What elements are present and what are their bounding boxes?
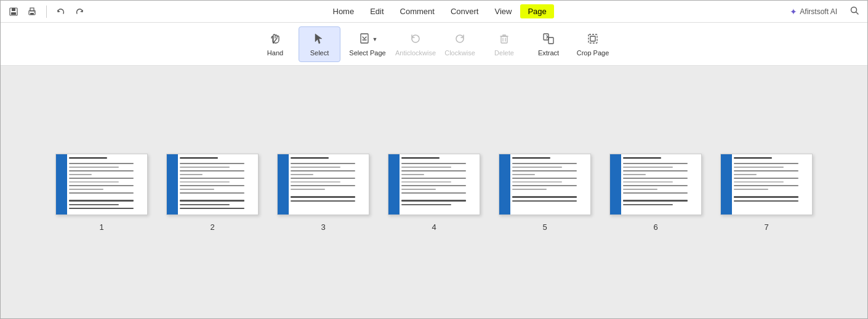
undo-button[interactable] (53, 4, 69, 19)
menu-view[interactable]: View (487, 4, 519, 18)
thumb-content (732, 154, 812, 215)
print-button[interactable] (24, 4, 40, 19)
list-item[interactable]: 6 (609, 154, 702, 232)
hand-tool[interactable]: Hand (254, 26, 296, 62)
page-thumbnail-7 (720, 154, 813, 215)
svg-rect-16 (589, 34, 597, 43)
thumb-content (178, 154, 258, 215)
svg-line-8 (856, 12, 859, 14)
delete-tool[interactable]: Delete (483, 26, 525, 62)
main-content: 1 (1, 66, 867, 319)
menu-items: Home Edit Comment Convert View Page (94, 4, 786, 18)
select-tool[interactable]: Select (299, 26, 340, 62)
menu-bar: Home Edit Comment Convert View Page ✦ Af… (1, 1, 867, 23)
menu-right: ✦ Afirstsoft AI (786, 4, 862, 20)
hand-label: Hand (267, 49, 283, 57)
page-thumbnail-3 (277, 154, 369, 215)
ai-button[interactable]: ✦ Afirstsoft AI (786, 5, 842, 18)
svg-rect-2 (11, 12, 16, 15)
thumb-content (510, 154, 590, 215)
page-thumbnail-5 (499, 154, 591, 215)
thumb-content (621, 154, 701, 215)
divider (46, 6, 47, 18)
list-item[interactable]: 4 (388, 154, 480, 232)
redo-button[interactable] (71, 4, 87, 19)
thumb-content (289, 154, 369, 215)
blue-bar (721, 154, 732, 215)
blue-bar (167, 154, 178, 215)
clockwise-label: Clockwise (444, 49, 475, 57)
clockwise-icon (453, 32, 467, 47)
ai-label: Afirstsoft AI (800, 7, 837, 16)
svg-point-6 (34, 11, 35, 12)
ai-star-icon: ✦ (790, 7, 797, 17)
menu-convert[interactable]: Convert (443, 4, 486, 18)
save-button[interactable] (6, 4, 22, 19)
svg-rect-1 (12, 8, 15, 11)
menu-home[interactable]: Home (326, 4, 362, 18)
svg-rect-17 (590, 36, 595, 41)
select-page-tool[interactable]: ▼ Select Page (343, 26, 392, 62)
page-thumbnail-4 (388, 154, 480, 215)
blue-bar (278, 154, 289, 215)
page-number: 6 (653, 223, 657, 232)
menu-edit[interactable]: Edit (363, 4, 391, 18)
page-number: 2 (210, 223, 214, 232)
svg-rect-15 (549, 37, 553, 44)
select-label: Select (310, 49, 329, 57)
anticlockwise-tool[interactable]: Anticlockwise (395, 26, 436, 62)
list-item[interactable]: 5 (499, 154, 591, 232)
list-item[interactable]: 2 (166, 154, 259, 232)
extract-icon (542, 32, 555, 47)
page-thumbnail-6 (609, 154, 702, 215)
toolbar: Hand Select ▼ Select Page (1, 23, 867, 66)
select-page-row: ▼ (358, 32, 378, 47)
page-number: 1 (99, 223, 103, 232)
pages-container: 1 (55, 154, 813, 232)
thumb-content (67, 154, 147, 215)
list-item[interactable]: 7 (720, 154, 813, 232)
extract-label: Extract (538, 49, 559, 57)
page-thumbnail-1 (55, 154, 148, 215)
delete-icon (497, 32, 511, 47)
anticlockwise-icon (409, 32, 422, 47)
thumb-content (400, 154, 480, 215)
quick-actions (6, 4, 87, 19)
page-number: 5 (542, 223, 547, 232)
blue-bar (388, 154, 400, 215)
list-item[interactable]: 1 (55, 154, 148, 232)
select-page-label: Select Page (349, 49, 385, 57)
delete-label: Delete (494, 49, 514, 57)
search-button[interactable] (846, 4, 862, 20)
menu-page[interactable]: Page (520, 4, 553, 18)
select-icon (313, 32, 326, 47)
svg-rect-11 (501, 36, 507, 43)
blue-bar (499, 154, 510, 215)
anticlockwise-label: Anticlockwise (395, 49, 436, 57)
hand-icon (268, 32, 282, 47)
page-thumbnail-2 (166, 154, 259, 215)
page-number: 7 (764, 223, 768, 232)
menu-comment[interactable]: Comment (393, 4, 442, 18)
clockwise-tool[interactable]: Clockwise (439, 26, 481, 62)
select-page-icon (358, 32, 371, 47)
page-number: 4 (432, 223, 436, 232)
blue-bar (610, 154, 621, 215)
crop-page-tool[interactable]: Crop Page (572, 26, 614, 62)
crop-page-label: Crop Page (577, 49, 609, 57)
list-item[interactable]: 3 (277, 154, 369, 232)
crop-page-icon (586, 32, 600, 47)
blue-bar (56, 154, 67, 215)
select-page-arrow: ▼ (372, 36, 378, 42)
page-number: 3 (321, 223, 325, 232)
svg-rect-5 (30, 13, 34, 15)
extract-tool[interactable]: Extract (528, 26, 569, 62)
